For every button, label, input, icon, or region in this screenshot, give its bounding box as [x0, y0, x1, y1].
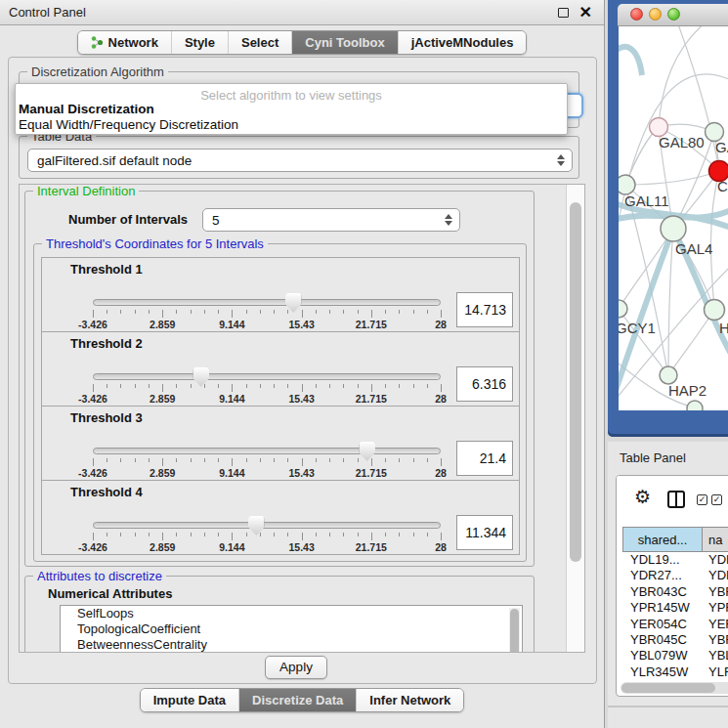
attributes-group: Attributes to discretize Numerical Attri…: [24, 576, 535, 653]
column-header-name[interactable]: na: [703, 527, 728, 552]
bottom-tab-bar: Impute Data Discretize Data Infer Networ…: [0, 688, 604, 712]
table-panel-window: Table Panel ⚙ ✓ ✓ shared... na YDL19...Y…: [608, 442, 728, 728]
network-window-titlebar: [618, 4, 728, 26]
minimize-traffic-light-icon[interactable]: [649, 8, 662, 21]
table-rows: YDL19...YDL1 YDR27...YDR2 YBR043CYBR0 YP…: [622, 552, 728, 680]
threshold-3-panel: Threshold 3 -3.4262.8599.14415.4321.7152…: [41, 406, 520, 481]
slider-ticks: [93, 384, 441, 393]
node-label: HAP2: [668, 382, 707, 399]
tab-network-label: Network: [108, 35, 158, 50]
table-data-combobox[interactable]: galFiltered.sif default node: [27, 149, 573, 172]
node-gal4[interactable]: [661, 216, 686, 241]
slider-ticks: [93, 458, 441, 467]
threshold-2-panel: Threshold 2 -3.4262.8599.14415.4321.7152…: [41, 331, 520, 407]
checkbox-icon[interactable]: ✓: [697, 494, 707, 505]
threshold-3-slider[interactable]: [93, 448, 441, 454]
slider-scale-labels: -3.4262.8599.14415.4321.71528: [93, 467, 441, 479]
slider-scale-labels: -3.4262.8599.14415.4321.71528: [93, 393, 441, 405]
list-item[interactable]: BetweennessCentrality: [61, 637, 522, 653]
node-label: GAL80: [659, 134, 705, 150]
table-horizontal-scrollbar[interactable]: [621, 682, 728, 694]
threshold-4-slider[interactable]: [93, 522, 441, 529]
checkbox-icon[interactable]: ✓: [711, 494, 722, 505]
close-icon[interactable]: ✕: [579, 3, 592, 21]
threshold-4-value-field[interactable]: [456, 515, 513, 550]
tab-infer-network[interactable]: Infer Network: [356, 689, 463, 711]
network-icon: [91, 36, 104, 49]
settings-vertical-scrollbar[interactable]: [566, 185, 584, 652]
number-of-intervals-combobox[interactable]: 5: [202, 208, 460, 232]
split-columns-icon[interactable]: [667, 491, 685, 508]
threshold-1-panel: Threshold 1 -3.4262.8599.14415.4321.7152…: [41, 257, 520, 332]
zoom-traffic-light-icon[interactable]: [667, 8, 680, 21]
attributes-title: Attributes to discretize: [33, 569, 166, 583]
tab-impute-data[interactable]: Impute Data: [141, 689, 238, 711]
table-row[interactable]: YBL079WYBL0: [622, 648, 728, 664]
table-panel-body: ⚙ ✓ ✓ shared... na YDL19...YDL1 YDR27...…: [616, 475, 728, 697]
cyni-toolbox-content: Discretization Algorithm Select algorith…: [8, 57, 597, 684]
interval-definition-title: Interval Definition: [33, 184, 139, 198]
threshold-1-slider[interactable]: [93, 299, 441, 306]
tab-discretize-data[interactable]: Discretize Data: [238, 689, 356, 711]
table-row[interactable]: YDL19...YDL1: [622, 552, 728, 568]
table-row[interactable]: YER054CYER0: [622, 617, 728, 632]
slider-ticks: [93, 310, 441, 319]
node-partial[interactable]: [687, 401, 703, 410]
tab-cyni-toolbox[interactable]: Cyni Toolbox: [291, 31, 397, 54]
node-gal11[interactable]: [619, 175, 635, 194]
node-label: GCY1: [619, 320, 656, 336]
numerical-attributes-list: SelfLoops TopologicalCoefficient Between…: [60, 605, 523, 653]
network-canvas[interactable]: GAL80 GAL C GAL11 GAL4 GCY1 H HAP2: [619, 26, 728, 410]
window-bottom-edge: [608, 706, 728, 707]
algorithm-dropdown-popup: Select algorithm to view settings Manual…: [15, 83, 568, 135]
scrollbar-thumb[interactable]: [570, 202, 581, 562]
node-label: GAL4: [675, 240, 712, 257]
node-label: GAL11: [624, 193, 669, 209]
table-row[interactable]: YDR27...YDR2: [622, 568, 728, 583]
combo-spinner-icon: [442, 214, 455, 226]
node-gcy1[interactable]: [619, 300, 627, 318]
threshold-2-slider[interactable]: [93, 373, 441, 380]
table-panel-title: Table Panel: [620, 450, 686, 465]
numerical-attributes-label: Numerical Attributes: [48, 586, 172, 601]
threshold-4-label: Threshold 4: [70, 485, 143, 499]
tab-select[interactable]: Select: [228, 31, 291, 54]
combo-spinner-icon: [554, 154, 568, 166]
table-row[interactable]: YLR345WYLR3: [622, 664, 728, 680]
dropdown-option-equal-width[interactable]: Equal Width/Frequency Discretization: [19, 117, 238, 132]
float-window-icon[interactable]: [558, 8, 569, 18]
thresholds-coordinates-title: Threshold's Coordinates for 5 Intervals: [42, 236, 268, 251]
tab-network[interactable]: Network: [78, 31, 171, 54]
table-data-group: Table Data galFiltered.sif default node: [19, 136, 579, 179]
table-row[interactable]: YBR045CYBR0: [622, 632, 728, 648]
close-traffic-light-icon[interactable]: [630, 8, 643, 21]
node-label: GAL: [715, 139, 728, 155]
threshold-2-label: Threshold 2: [70, 336, 143, 351]
discretization-algorithm-title: Discretization Algorithm: [27, 64, 168, 79]
settings-scrollpane: Interval Definition Number of Intervals …: [19, 184, 585, 653]
dropdown-option-manual-discretization[interactable]: Manual Discretization: [19, 102, 154, 116]
scrollbar-thumb[interactable]: [621, 683, 715, 693]
column-header-shared-name[interactable]: shared...: [622, 527, 703, 552]
tab-style[interactable]: Style: [171, 31, 228, 54]
table-row[interactable]: YPR145WYPR1: [622, 600, 728, 616]
tab-jactivemnodules[interactable]: jActiveMNodules: [398, 31, 527, 54]
window-title: Control Panel: [9, 5, 86, 20]
number-of-intervals-label: Number of Intervals: [68, 212, 188, 227]
network-view-window: GAL80 GAL C GAL11 GAL4 GCY1 H HAP2: [608, 0, 728, 437]
threshold-1-value-field[interactable]: [456, 292, 513, 327]
gear-icon[interactable]: ⚙: [634, 486, 651, 507]
threshold-3-label: Threshold 3: [70, 410, 143, 425]
list-item[interactable]: TopologicalCoefficient: [61, 621, 522, 637]
attributes-list-scrollbar[interactable]: [509, 608, 520, 653]
node-h[interactable]: [705, 300, 725, 321]
slider-scale-labels: -3.4262.8599.14415.4321.71528: [93, 541, 441, 553]
table-header-row: shared... na: [622, 527, 728, 552]
list-item[interactable]: SelfLoops: [61, 606, 522, 621]
threshold-3-value-field[interactable]: [456, 441, 513, 476]
apply-button[interactable]: Apply: [265, 656, 327, 679]
thresholds-coordinates-group: Threshold's Coordinates for 5 Intervals …: [33, 243, 527, 562]
slider-scale-labels: -3.4262.8599.14415.4321.71528: [93, 319, 441, 330]
table-row[interactable]: YBR043CYBR0: [622, 584, 728, 600]
threshold-2-value-field[interactable]: [456, 366, 513, 402]
